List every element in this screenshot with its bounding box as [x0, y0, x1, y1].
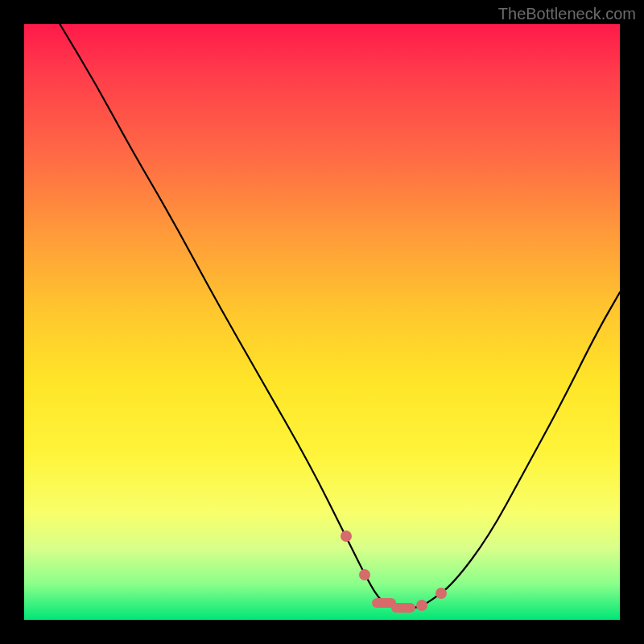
watermark-text: TheBottleneck.com — [498, 5, 636, 23]
highlight-marker — [359, 569, 370, 580]
highlight-marker — [391, 603, 415, 613]
highlight-marker — [341, 530, 352, 542]
highlight-marker — [436, 588, 447, 599]
highlight-markers-layer — [24, 24, 620, 620]
highlight-marker — [416, 600, 427, 611]
chart-plot-area — [24, 24, 620, 620]
